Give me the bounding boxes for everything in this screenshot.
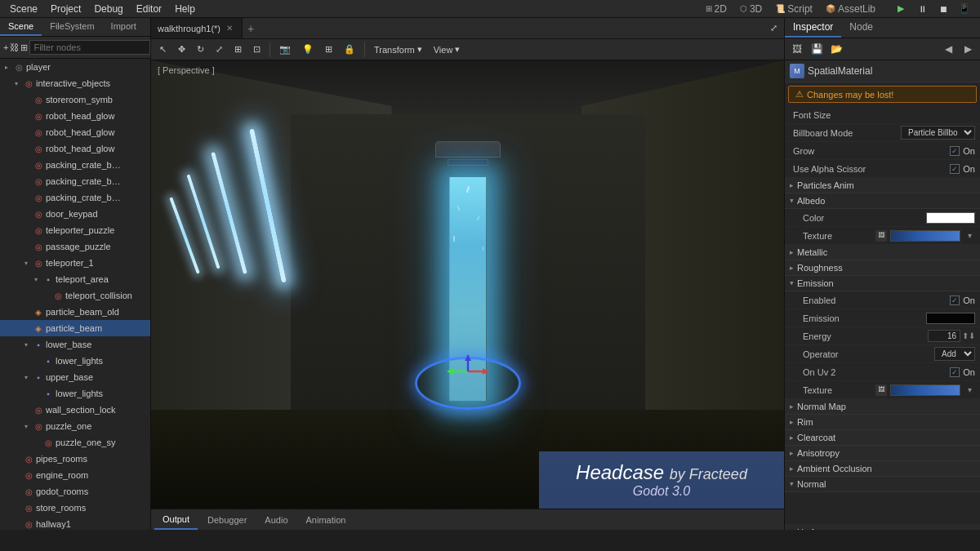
menu-scene[interactable]: Scene [3, 0, 44, 17]
section-normal-map[interactable]: ▸ Normal Map [785, 399, 980, 415]
tree-item-passage[interactable]: ▸ ◎ passage_puzzle 🔒 👁 [0, 238, 150, 255]
insp-history-back[interactable]: 🖼 [788, 40, 806, 58]
grow-checkbox[interactable]: On [950, 146, 975, 156]
search-input[interactable] [29, 40, 150, 55]
bottom-tab-animation[interactable]: Animation [298, 509, 354, 530]
tree-item-robot3[interactable]: ▸ ◎ robot_head_glow 🔒 👁 [0, 140, 150, 157]
section-albedo[interactable]: ▸ Albedo [785, 193, 980, 209]
add-node-btn[interactable]: + [3, 38, 8, 56]
scale-tool[interactable]: ⤢ [211, 41, 228, 59]
tree-item-player[interactable]: ▸ ◎ player [0, 59, 150, 75]
section-emission[interactable]: ▸ Emission [785, 276, 980, 291]
tree-item-lowerlights1[interactable]: ▸ ▪ lower_lights 👁 [0, 353, 150, 369]
local-tool[interactable]: ⊞ [229, 41, 247, 59]
bottom-tab-debugger[interactable]: Debugger [199, 509, 255, 530]
move-tool[interactable]: ✥ [173, 41, 190, 59]
tree-item-beam[interactable]: ▸ ◈ particle_beam 👁 [0, 320, 150, 336]
tree-item-beam-old[interactable]: ▸ ◈ particle_beam_old 🔒 👁 [0, 304, 150, 320]
play-btn[interactable]: ▶ [892, 0, 910, 18]
select-tool[interactable]: ↖ [154, 41, 172, 59]
tree-item-upperbase[interactable]: ▾ ▪ upper_base 🔒 👁 [0, 369, 150, 385]
tree-item-pipes[interactable]: ▸ ◎ pipes_rooms 👁 [0, 451, 150, 467]
remote-play-btn[interactable]: 📱 [956, 0, 973, 18]
tree-item-crate1[interactable]: ▸ ◎ packing_crate_body_ 🔒 👁 [0, 157, 150, 173]
tree-item-telearea[interactable]: ▾ ▪ teleport_area 🔒 👁 [0, 271, 150, 287]
tree-item-lowerlights2[interactable]: ▸ ▪ lower_lights 👁 [0, 385, 150, 402]
tab-import[interactable]: Import [103, 18, 145, 36]
rotate-tool[interactable]: ↻ [192, 41, 209, 59]
bottom-tab-output[interactable]: Output [154, 509, 198, 530]
tree-item-interactive[interactable]: ▾ ◎ interactive_objects 🔒 📷 👁 [0, 75, 150, 91]
billboard-dropdown[interactable]: Particle Billbo [901, 126, 975, 140]
menu-debug[interactable]: Debug [87, 0, 129, 17]
color-swatch[interactable] [926, 212, 975, 224]
mode-3d[interactable]: ⬡ 3D [737, 3, 765, 15]
emission-color-swatch[interactable] [926, 313, 975, 324]
tree-item-telecol[interactable]: ▸ ◎ teleport_collision 👁 [0, 287, 150, 304]
section-metallic[interactable]: ▸ Metallic [785, 245, 980, 260]
alpha-scissor-check[interactable] [950, 164, 960, 174]
grow-check-box[interactable] [950, 146, 960, 156]
tree-item-tele1[interactable]: ▾ ◎ teleporter_1 🔒 👁 [0, 255, 150, 271]
lock-pivot-tool[interactable]: 🔒 [339, 41, 360, 59]
section-ao[interactable]: ▸ Ambient Occlusion [785, 461, 980, 477]
filter-btn[interactable]: ⊞ [20, 38, 28, 56]
insp-next[interactable]: ▶ [959, 40, 977, 58]
insp-prev[interactable]: ◀ [939, 40, 957, 58]
tree-item-storeroom[interactable]: ▸ ◎ storeroom_symb 🔒 👁 [0, 91, 150, 108]
view-btn[interactable]: View ▾ [429, 41, 466, 59]
viewport-tab-main[interactable]: walkthrough1(*) ✕ [151, 18, 243, 38]
mode-2d[interactable]: ⊞ 2D [702, 3, 730, 15]
tree-item-engine[interactable]: ▸ ◎ engine_room 👁 [0, 467, 150, 483]
on-uv2-box[interactable] [950, 367, 960, 377]
section-roughness[interactable]: ▸ Roughness [785, 260, 980, 276]
insp-save[interactable]: 💾 [808, 40, 826, 58]
viewport-maximize[interactable]: ⤢ [766, 21, 781, 36]
alpha-scissor-checkbox[interactable]: On [950, 164, 975, 174]
tab-node[interactable]: Node [841, 18, 881, 38]
tree-item-puzzle[interactable]: ▾ ◎ puzzle_one 🔒 👁 [0, 418, 150, 434]
insp-load[interactable]: 📂 [827, 40, 845, 58]
viewport-add-btn[interactable]: + [243, 22, 259, 35]
tree-item-robot1[interactable]: ▸ ◎ robot_head_glow 🔒 👁 [0, 108, 150, 124]
texture2-expand[interactable]: ▾ [964, 384, 975, 396]
tree-item-lowerbase[interactable]: ▾ ▪ lower_base 🔒 👁 [0, 336, 150, 353]
section-particles-anim[interactable]: ▸ Particles Anim [785, 178, 980, 193]
add-instance-btn[interactable]: ⛓ [10, 38, 19, 56]
energy-spinner[interactable]: ⬆⬇ [962, 331, 975, 340]
tree-item-puzzle-sy[interactable]: ▸ ◎ puzzle_one_sy 🔒 👁 [0, 434, 150, 451]
on-uv2-check[interactable]: On [950, 367, 975, 377]
operator-dropdown[interactable]: Add [934, 347, 975, 361]
texture1-bar[interactable] [890, 230, 961, 242]
light-tool[interactable]: 💡 [297, 41, 318, 59]
tab-filesystem[interactable]: FileSystem [42, 18, 102, 36]
tab-inspector[interactable]: Inspector [785, 18, 841, 38]
tree-item-hallway[interactable]: ▸ ◎ hallway1 👁 [0, 516, 150, 530]
menu-project[interactable]: Project [44, 0, 87, 17]
snap-tool[interactable]: ⊡ [248, 41, 265, 59]
mode-assetlib[interactable]: 📦 AssetLib [822, 3, 879, 15]
texture2-bar[interactable] [890, 384, 961, 396]
section-clearcoat[interactable]: ▸ Clearcoat [785, 430, 980, 446]
tree-item-wall[interactable]: ▸ ◎ wall_section_lock 🔒 👁 [0, 402, 150, 418]
section-normal[interactable]: ▸ Normal [785, 477, 980, 492]
tree-item-store[interactable]: ▸ ◎ store_rooms 👁 [0, 500, 150, 516]
texture1-expand[interactable]: ▾ [964, 230, 975, 242]
tree-item-door[interactable]: ▸ ◎ door_keypad 🔒 👁 [0, 206, 150, 222]
menu-help[interactable]: Help [168, 0, 202, 17]
transform-btn[interactable]: Transform ▾ [369, 41, 427, 59]
energy-field[interactable] [928, 330, 960, 342]
camera-tool[interactable]: 📷 [274, 41, 296, 59]
pause-btn[interactable]: ⏸ [913, 0, 931, 18]
viewport-tab-close[interactable]: ✕ [224, 23, 235, 34]
section-uv1[interactable]: ▸ Uv 1 [785, 525, 980, 530]
menu-editor[interactable]: Editor [130, 0, 168, 17]
emission-enabled-check[interactable]: On [950, 295, 975, 305]
tree-item-crate3[interactable]: ▸ ◎ packing_crate_body_ 🔒 👁 [0, 189, 150, 206]
section-anisotropy[interactable]: ▸ Anisotropy [785, 446, 980, 461]
tree-item-telep[interactable]: ▸ ◎ teleporter_puzzle 🔒 👁 [0, 222, 150, 238]
stop-btn[interactable]: ⏹ [934, 0, 952, 18]
bottom-tab-audio[interactable]: Audio [256, 509, 296, 530]
mode-script[interactable]: 📜 Script [772, 3, 816, 15]
tree-item-godot[interactable]: ▸ ◎ godot_rooms 👁 [0, 483, 150, 500]
